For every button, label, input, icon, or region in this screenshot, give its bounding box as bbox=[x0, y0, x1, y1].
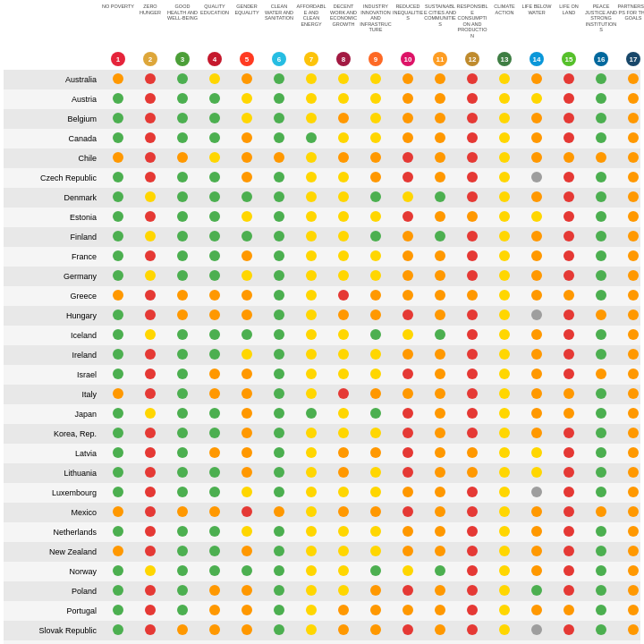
dot-col5 bbox=[231, 483, 263, 503]
dot-col2 bbox=[134, 522, 166, 542]
dot-col16 bbox=[585, 542, 617, 562]
dot-col11 bbox=[424, 227, 456, 247]
dot-col7 bbox=[295, 188, 327, 208]
main-container: NO POVERTY 1 ZERO HUNGER 2 GOOD HEALTH A… bbox=[0, 0, 644, 644]
dot-col17 bbox=[617, 306, 644, 326]
dot-col17 bbox=[617, 148, 644, 168]
dot-col16 bbox=[585, 601, 617, 621]
dot-col7 bbox=[295, 267, 327, 286]
country-name: Iceland bbox=[4, 331, 102, 340]
dot-col12 bbox=[456, 306, 488, 326]
dot-col8 bbox=[327, 129, 360, 148]
dot-col16 bbox=[585, 444, 617, 463]
dot-col4 bbox=[199, 188, 231, 208]
dot-col10 bbox=[392, 247, 424, 267]
dot-col9 bbox=[360, 326, 392, 345]
dot-col2 bbox=[134, 227, 166, 247]
col-header-7: AFFORDABLE AND CLEAN ENERGY 7 bbox=[295, 4, 327, 66]
dot-col5 bbox=[231, 385, 263, 404]
dot-col17 bbox=[617, 542, 644, 562]
dot-col10 bbox=[392, 463, 424, 483]
dot-col11 bbox=[424, 188, 456, 208]
dot-col8 bbox=[327, 404, 360, 424]
dot-col3 bbox=[166, 542, 199, 562]
dot-col15 bbox=[553, 188, 585, 208]
dot-col7 bbox=[295, 562, 327, 581]
dot-col17 bbox=[617, 247, 644, 267]
dot-col5 bbox=[231, 109, 263, 129]
col-header-6: CLEAN WATER AND SANITATION 6 bbox=[263, 4, 295, 66]
dot-col13 bbox=[488, 70, 521, 89]
country-name: Slovak Republic bbox=[4, 626, 102, 635]
table-row: Israel bbox=[4, 365, 640, 385]
country-name: Germany bbox=[4, 272, 102, 281]
dot-col10 bbox=[392, 148, 424, 168]
dot-col8 bbox=[327, 562, 360, 581]
country-name: Italy bbox=[4, 390, 102, 399]
dot-col17 bbox=[617, 621, 644, 640]
dot-col1 bbox=[102, 463, 134, 483]
dot-col3 bbox=[166, 483, 199, 503]
dot-col12 bbox=[456, 345, 488, 365]
dot-col12 bbox=[456, 385, 488, 404]
col-header-2: ZERO HUNGER 2 bbox=[134, 4, 166, 66]
dot-col11 bbox=[424, 562, 456, 581]
dot-col3 bbox=[166, 444, 199, 463]
dot-col9 bbox=[360, 581, 392, 601]
dot-col2 bbox=[134, 640, 166, 644]
dot-col6 bbox=[263, 129, 295, 148]
dot-col1 bbox=[102, 503, 134, 522]
dot-col6 bbox=[263, 188, 295, 208]
dot-col5 bbox=[231, 444, 263, 463]
dot-col3 bbox=[166, 345, 199, 365]
dot-col13 bbox=[488, 365, 521, 385]
dot-col9 bbox=[360, 463, 392, 483]
dot-col10 bbox=[392, 70, 424, 89]
table-row: Czech Republic bbox=[4, 168, 640, 188]
dot-col15 bbox=[553, 562, 585, 581]
dot-col13 bbox=[488, 444, 521, 463]
dot-col2 bbox=[134, 444, 166, 463]
country-name: Netherlands bbox=[4, 528, 102, 537]
dot-col14 bbox=[521, 109, 553, 129]
dot-col7 bbox=[295, 109, 327, 129]
dot-col1 bbox=[102, 581, 134, 601]
dot-col9 bbox=[360, 542, 392, 562]
dot-col15 bbox=[553, 70, 585, 89]
dot-col8 bbox=[327, 109, 360, 129]
dot-col12 bbox=[456, 286, 488, 306]
table-row: Greece bbox=[4, 286, 640, 306]
dot-col6 bbox=[263, 168, 295, 188]
dot-col8 bbox=[327, 444, 360, 463]
dot-col3 bbox=[166, 404, 199, 424]
dot-col14 bbox=[521, 601, 553, 621]
dot-col17 bbox=[617, 404, 644, 424]
dot-col4 bbox=[199, 542, 231, 562]
dot-col1 bbox=[102, 286, 134, 306]
dot-col7 bbox=[295, 483, 327, 503]
dot-col10 bbox=[392, 385, 424, 404]
dot-col8 bbox=[327, 503, 360, 522]
dot-col11 bbox=[424, 345, 456, 365]
column-headers: NO POVERTY 1 ZERO HUNGER 2 GOOD HEALTH A… bbox=[4, 4, 640, 66]
dot-col9 bbox=[360, 365, 392, 385]
dot-col9 bbox=[360, 621, 392, 640]
dot-col14 bbox=[521, 267, 553, 286]
data-table: AustraliaAustriaBelgiumCanadaChileCzech … bbox=[4, 70, 640, 644]
dot-col12 bbox=[456, 148, 488, 168]
dot-col8 bbox=[327, 483, 360, 503]
dot-col3 bbox=[166, 463, 199, 483]
table-row: Lithuania bbox=[4, 463, 640, 483]
dot-col10 bbox=[392, 365, 424, 385]
dot-col5 bbox=[231, 227, 263, 247]
dot-col1 bbox=[102, 345, 134, 365]
dot-col4 bbox=[199, 345, 231, 365]
dot-col16 bbox=[585, 326, 617, 345]
dot-col8 bbox=[327, 247, 360, 267]
dot-col16 bbox=[585, 581, 617, 601]
dot-col14 bbox=[521, 148, 553, 168]
dot-col5 bbox=[231, 267, 263, 286]
dot-col2 bbox=[134, 542, 166, 562]
dot-col5 bbox=[231, 326, 263, 345]
dot-col15 bbox=[553, 168, 585, 188]
